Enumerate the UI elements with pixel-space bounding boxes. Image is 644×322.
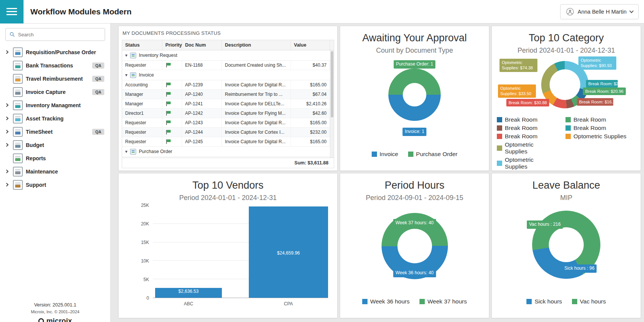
vertical-scrollbar[interactable] bbox=[330, 50, 334, 158]
travel-reimbursement-icon bbox=[13, 74, 23, 84]
legend-item[interactable]: Optometric Supplies bbox=[565, 133, 636, 140]
table-row[interactable]: ManagerAP-1241Invoice Capture for DELLTe… bbox=[122, 99, 334, 109]
slice-label: Break Room: $30.88 bbox=[506, 99, 549, 106]
sidebar-item-inventory-managment[interactable]: Inventory Managment bbox=[0, 98, 110, 112]
chart-title: Top 10 Vendors bbox=[119, 180, 337, 191]
search-box[interactable] bbox=[5, 28, 105, 41]
chevron-right-icon[interactable] bbox=[3, 117, 10, 120]
priority-flag-icon bbox=[166, 63, 167, 67]
table-row[interactable]: RequesterEN-1168Document Created using S… bbox=[122, 61, 334, 70]
user-menu[interactable]: Anna Belle H Martin bbox=[560, 4, 639, 19]
legend-item[interactable]: Break Room bbox=[497, 125, 556, 131]
legend-item[interactable]: Break Room bbox=[565, 116, 636, 123]
cell-priority bbox=[162, 128, 182, 137]
sidebar-item-label: Budget bbox=[26, 142, 44, 148]
vendors-bar-chart: 25K 20K 15K 10K 5K 0 $2,636.53 $24,659.9… bbox=[153, 205, 328, 298]
invoice-capture-icon bbox=[13, 87, 23, 97]
cell-priority bbox=[162, 118, 182, 127]
sidebar-item-requisition-purchase-order[interactable]: Requisition/Purchase Order bbox=[0, 45, 110, 59]
chevron-right-icon[interactable] bbox=[3, 104, 10, 106]
document-type-icon bbox=[130, 53, 136, 58]
approval-donut-chart[interactable] bbox=[388, 69, 441, 121]
sidebar-footer: Version: 2025.001.1 Microix, Inc. © 2001… bbox=[0, 299, 110, 322]
sidebar-item-maintenance[interactable]: Maintenance bbox=[0, 165, 110, 178]
priority-flag-icon bbox=[166, 120, 167, 125]
table-row[interactable]: AccountingAP-1239Invoice Capture for Dig… bbox=[122, 80, 334, 90]
chevron-right-icon[interactable] bbox=[3, 130, 10, 133]
search-input[interactable] bbox=[18, 32, 101, 38]
legend-label: Break Room bbox=[573, 125, 606, 131]
cell-priority bbox=[162, 137, 182, 146]
sidebar-item-asset-tracking[interactable]: Asset Tracking bbox=[0, 112, 110, 125]
legend-label: Purchase Order bbox=[416, 151, 457, 158]
sidebar-item-reports[interactable]: Reports bbox=[0, 152, 110, 165]
top-vendors-panel: Top 10 Vendors Period 2024-01-01 - 2024-… bbox=[118, 173, 338, 318]
bar-cpa[interactable]: $24,659.96 bbox=[249, 206, 328, 298]
cell-doc-num: AP-1242 bbox=[182, 109, 222, 118]
cell-doc-num: AP-1244 bbox=[182, 128, 222, 137]
sidebar-item-travel-reimbursement[interactable]: Travel ReimbursementQA bbox=[0, 72, 110, 85]
sidebar-item-bank-transactions[interactable]: Bank TransactionsQA bbox=[0, 59, 110, 72]
chevron-right-icon[interactable] bbox=[3, 170, 10, 173]
legend-item[interactable]: Break Room bbox=[497, 133, 556, 140]
legend-item[interactable]: Purchase Order bbox=[408, 151, 457, 158]
table-row[interactable]: RequesterAP-1245Invoice Capture for Digi… bbox=[122, 137, 334, 147]
cell-value: $67.04 bbox=[291, 90, 330, 99]
legend-item[interactable]: Optometric Supplies bbox=[497, 156, 556, 170]
legend-item[interactable]: Break Room bbox=[565, 125, 636, 131]
table-row[interactable]: RequesterAP-1244Invoice Capture for Cort… bbox=[122, 128, 334, 137]
slice-label-week-36: Week 36 hours: 40 bbox=[393, 269, 436, 277]
table-group-row[interactable]: ▾Purchase Order bbox=[122, 147, 334, 157]
reports-icon bbox=[13, 153, 23, 163]
collapse-chevron-icon[interactable]: ▾ bbox=[125, 149, 127, 154]
column-header-value[interactable]: Value bbox=[291, 40, 330, 50]
table-row[interactable]: RequesterAP-1243Invoice Capture for Digi… bbox=[122, 118, 334, 128]
table-row[interactable]: Director1AP-1242Invoice Capture for Flyi… bbox=[122, 109, 334, 118]
cell-value: $42.60 bbox=[291, 109, 330, 118]
legend-swatch bbox=[362, 299, 368, 304]
legend-item[interactable]: Optometric Supplies bbox=[497, 141, 556, 155]
table-group-row[interactable]: ▾Inventory Request bbox=[122, 50, 334, 61]
sidebar-item-invoice-capture[interactable]: Invoice CaptureQA bbox=[0, 85, 110, 98]
chevron-right-icon[interactable] bbox=[3, 51, 10, 53]
sidebar-item-budget[interactable]: Budget bbox=[0, 138, 110, 152]
legend-label: Break Room bbox=[505, 133, 537, 140]
column-header-priority[interactable]: Priority bbox=[162, 40, 182, 50]
asset-tracking-icon bbox=[13, 114, 23, 123]
sidebar-item-timesheet[interactable]: TimeSheetQA bbox=[0, 125, 110, 138]
legend-swatch bbox=[497, 145, 502, 151]
legend-item[interactable]: Week 36 hours bbox=[362, 298, 410, 305]
qa-badge: QA bbox=[92, 89, 104, 95]
chevron-down-icon bbox=[629, 9, 633, 13]
table-footer: Sum: $3,611.88 bbox=[122, 158, 334, 168]
table-row[interactable]: ManagerAP-1240Reimbursement for Trip to … bbox=[122, 90, 334, 99]
chart-subtitle: Count by Document Type bbox=[340, 47, 489, 55]
collapse-chevron-icon[interactable]: ▾ bbox=[125, 53, 127, 58]
legend-item[interactable]: Week 37 hours bbox=[419, 298, 467, 305]
legend-item[interactable]: Break Room bbox=[497, 116, 556, 123]
legend-swatch bbox=[497, 117, 502, 122]
legend-label: Vac hours bbox=[580, 298, 606, 305]
sidebar-item-support[interactable]: Support bbox=[0, 178, 110, 191]
chevron-right-icon[interactable] bbox=[3, 183, 10, 186]
collapse-chevron-icon[interactable]: ▾ bbox=[125, 73, 127, 77]
cell-description: Invoice Capture for DELLTe... bbox=[222, 99, 291, 108]
cell-description: Invoice Capture for Cortex I... bbox=[222, 128, 291, 137]
slice-label: Optometric Supplies: $90.93 bbox=[578, 56, 616, 70]
cell-description: Invoice Capture for Digital R... bbox=[222, 137, 291, 146]
legend-item[interactable]: Vac hours bbox=[572, 298, 606, 305]
slice-label: Break Room: $23.41 bbox=[586, 80, 618, 88]
table-group-row[interactable]: ▾Invoice bbox=[122, 70, 334, 80]
hamburger-menu-button[interactable] bbox=[0, 0, 24, 23]
column-header-status[interactable]: Status bbox=[122, 40, 162, 50]
budget-icon bbox=[13, 140, 23, 150]
column-header-doc-num[interactable]: Doc Num bbox=[182, 40, 222, 50]
maintenance-icon bbox=[13, 167, 23, 177]
documents-status-panel: MY DOCUMENTS PROCESSING STATUS Status Pr… bbox=[118, 26, 338, 171]
column-header-description[interactable]: Description bbox=[222, 40, 291, 50]
chevron-right-icon[interactable] bbox=[3, 144, 10, 146]
scrollbar-thumb[interactable] bbox=[331, 51, 333, 117]
bar-abc[interactable]: $2,636.53 bbox=[155, 288, 222, 298]
legend-item[interactable]: Invoice bbox=[372, 151, 398, 158]
legend-item[interactable]: Sick hours bbox=[526, 298, 562, 305]
